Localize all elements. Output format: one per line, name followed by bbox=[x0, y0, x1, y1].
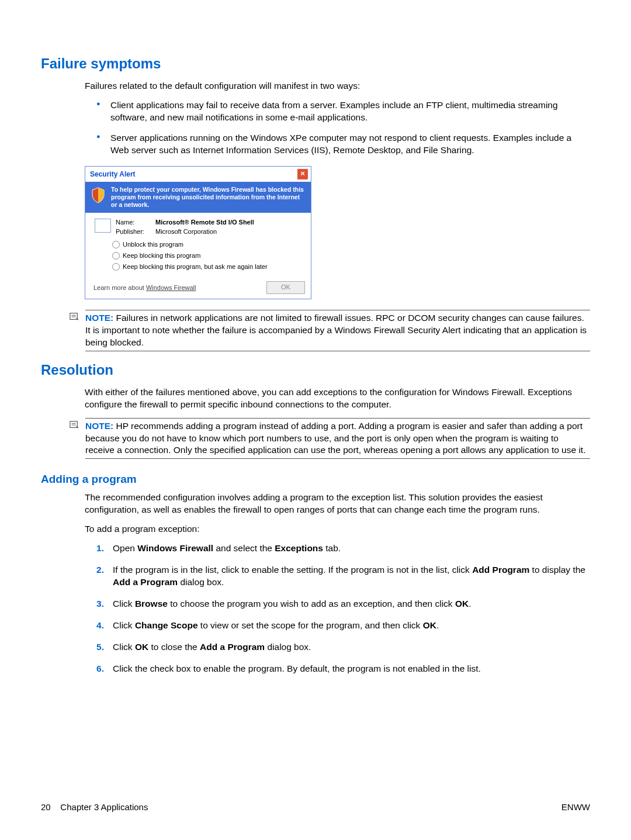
shield-icon bbox=[91, 187, 105, 203]
page-number: 20 bbox=[41, 802, 51, 812]
publisher-value: Microsoft Corporation bbox=[155, 228, 217, 235]
radio-keep-blocking[interactable]: Keep blocking this program bbox=[112, 252, 304, 260]
radio-ask-later[interactable]: Keep blocking this program, but ask me a… bbox=[112, 263, 304, 271]
learn-link-text: Windows Firewall bbox=[146, 284, 196, 291]
dialog-banner-text: To help protect your computer, Windows F… bbox=[111, 186, 305, 209]
note-text: HP recommends adding a program instead o… bbox=[85, 421, 585, 455]
dialog-title: Security Alert bbox=[90, 170, 136, 178]
document-page: Failure symptoms Failures related to the… bbox=[0, 0, 631, 840]
bullet-item: Client applications may fail to receive … bbox=[96, 99, 590, 124]
program-icon bbox=[95, 219, 111, 233]
heading-failure-symptoms: Failure symptoms bbox=[41, 56, 590, 72]
chapter-label: Chapter 3 Applications bbox=[60, 802, 148, 812]
failure-bullets: Client applications may fail to receive … bbox=[96, 99, 590, 157]
heading-resolution: Resolution bbox=[41, 362, 590, 378]
radio-label: Unblock this program bbox=[123, 241, 183, 248]
note-body: NOTE: HP recommends adding a program ins… bbox=[85, 418, 590, 459]
dialog-titlebar: Security Alert × bbox=[85, 167, 311, 182]
footer-right: ENWW bbox=[561, 802, 590, 812]
radio-icon bbox=[112, 263, 120, 271]
adding-intro: The recommended configuration involves a… bbox=[85, 492, 590, 516]
step-item: If the program is in the list, click to … bbox=[96, 564, 590, 589]
name-value: Microsoft® Remote Std I/O Shell bbox=[155, 219, 254, 226]
note-text: Failures in network applications are not… bbox=[85, 313, 587, 347]
note-block-2: NOTE: HP recommends adding a program ins… bbox=[69, 418, 590, 459]
radio-label: Keep blocking this program bbox=[123, 252, 200, 259]
svg-rect-3 bbox=[70, 421, 77, 427]
close-icon[interactable]: × bbox=[297, 168, 308, 180]
dialog-content: Name: Microsoft® Remote Std I/O Shell Pu… bbox=[85, 213, 311, 279]
dialog-banner: To help protect your computer, Windows F… bbox=[85, 182, 311, 213]
radio-unblock[interactable]: Unblock this program bbox=[112, 241, 304, 248]
note-icon bbox=[69, 420, 79, 430]
security-alert-dialog: Security Alert × To help protect your co… bbox=[85, 166, 311, 299]
radio-icon bbox=[112, 241, 120, 248]
radio-icon bbox=[112, 252, 120, 260]
radio-label: Keep blocking this program, but ask me a… bbox=[123, 263, 268, 270]
note-block-1: NOTE: Failures in network applications a… bbox=[69, 310, 590, 351]
dialog-footer: Learn more about Windows Firewall OK bbox=[85, 279, 311, 299]
svg-rect-0 bbox=[70, 313, 77, 320]
steps-list: Open Windows Firewall and select the Exc… bbox=[96, 542, 590, 675]
step-item: Click the check box to enable the progra… bbox=[96, 663, 590, 675]
note-body: NOTE: Failures in network applications a… bbox=[85, 310, 590, 351]
step-item: Open Windows Firewall and select the Exc… bbox=[96, 542, 590, 555]
resolution-intro: With either of the failures mentioned ab… bbox=[85, 386, 590, 411]
note-icon bbox=[69, 312, 79, 322]
note-label: NOTE: bbox=[85, 421, 113, 431]
step-item: Click OK to close the Add a Program dial… bbox=[96, 641, 590, 654]
note-label: NOTE: bbox=[85, 313, 113, 323]
step-item: Click Change Scope to view or set the sc… bbox=[96, 620, 590, 632]
step-item: Click Browse to choose the program you w… bbox=[96, 598, 590, 610]
radio-group: Unblock this program Keep blocking this … bbox=[112, 241, 304, 271]
intro-text: Failures related to the default configur… bbox=[85, 80, 590, 92]
learn-prefix: Learn more about bbox=[93, 284, 146, 291]
bullet-item: Server applications running on the Windo… bbox=[96, 132, 590, 157]
adding-lead: To add a program exception: bbox=[85, 523, 590, 535]
learn-more-link[interactable]: Learn more about Windows Firewall bbox=[93, 284, 196, 291]
name-label: Name: bbox=[116, 219, 155, 226]
publisher-label: Publisher: bbox=[116, 228, 155, 235]
footer-left: 20 Chapter 3 Applications bbox=[41, 802, 148, 812]
heading-adding-program: Adding a program bbox=[41, 473, 590, 486]
ok-button[interactable]: OK bbox=[266, 281, 305, 294]
page-footer: 20 Chapter 3 Applications ENWW bbox=[41, 802, 590, 812]
